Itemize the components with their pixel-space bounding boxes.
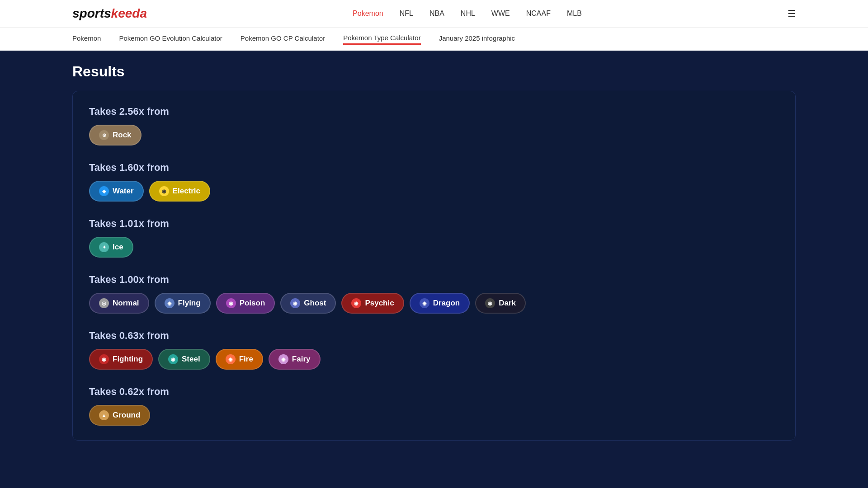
dark-icon: ◉: [485, 298, 495, 308]
rock-label: Rock: [113, 131, 132, 140]
dragon-icon: ◉: [420, 298, 429, 308]
badges-1.01x: ✦ Ice: [89, 237, 779, 258]
badge-fairy: ◉ Fairy: [269, 349, 321, 370]
badge-ground: ▲ Ground: [89, 405, 150, 426]
badge-steel: ◉ Steel: [158, 349, 210, 370]
nav-item-nhl[interactable]: NHL: [461, 9, 475, 18]
nav-item-pokemon[interactable]: Pokemon: [353, 9, 383, 18]
subnav-cp-calc[interactable]: Pokemon GO CP Calculator: [241, 34, 325, 44]
psychic-label: Psychic: [365, 299, 394, 308]
fire-label: Fire: [239, 355, 253, 364]
nav-item-nfl[interactable]: NFL: [400, 9, 413, 18]
section-0.62x: Takes 0.62x from ▲ Ground: [89, 386, 779, 426]
page-title: Results: [72, 63, 796, 80]
water-label: Water: [113, 187, 134, 196]
electric-label: Electric: [173, 187, 200, 196]
badge-fire: ◉ Fire: [216, 349, 263, 370]
ice-icon: ✦: [99, 242, 109, 252]
badges-0.63x: ◉ Fighting ◉ Steel ◉ Fire ◉ Fairy: [89, 349, 779, 370]
badges-0.62x: ▲ Ground: [89, 405, 779, 426]
badge-psychic: ◉ Psychic: [341, 293, 404, 314]
steel-label: Steel: [182, 355, 200, 364]
steel-icon: ◉: [168, 354, 178, 364]
fighting-label: Fighting: [113, 355, 143, 364]
badge-dark: ◉ Dark: [475, 293, 526, 314]
fairy-label: Fairy: [292, 355, 311, 364]
badge-ice: ✦ Ice: [89, 237, 133, 258]
subnav-evolution-calc[interactable]: Pokemon GO Evolution Calculator: [119, 34, 222, 44]
badge-ghost: ◉ Ghost: [280, 293, 336, 314]
section-title-1.00x: Takes 1.00x from: [89, 274, 779, 286]
nav-item-wwe[interactable]: WWE: [491, 9, 510, 18]
water-icon: ◈: [99, 186, 109, 196]
nav-item-nba[interactable]: NBA: [429, 9, 444, 18]
badge-flying: ◉ Flying: [155, 293, 211, 314]
subnav-pokemon[interactable]: Pokemon: [72, 34, 101, 44]
section-title-0.62x: Takes 0.62x from: [89, 386, 779, 398]
rock-icon: ⊛: [99, 130, 109, 140]
section-0.63x: Takes 0.63x from ◉ Fighting ◉ Steel ◉ Fi…: [89, 330, 779, 370]
main-content: Results Takes 2.56x from ⊛ Rock Takes 1.…: [0, 51, 868, 453]
fire-icon: ◉: [226, 354, 236, 364]
subnav-type-calc[interactable]: Pokemon Type Calculator: [343, 34, 420, 45]
flying-label: Flying: [178, 299, 201, 308]
normal-label: Normal: [113, 299, 139, 308]
nav-list: Pokemon NFL NBA NHL WWE NCAAF MLB: [353, 9, 582, 18]
badges-1.60x: ◈ Water ◉ Electric: [89, 181, 779, 202]
section-1.60x: Takes 1.60x from ◈ Water ◉ Electric: [89, 162, 779, 202]
site-logo[interactable]: sportskeeda: [72, 6, 147, 21]
fairy-icon: ◉: [278, 354, 288, 364]
ice-label: Ice: [113, 243, 123, 252]
normal-icon: ◎: [99, 298, 109, 308]
nav-item-mlb[interactable]: MLB: [567, 9, 582, 18]
sub-nav: Pokemon Pokemon GO Evolution Calculator …: [0, 27, 868, 51]
hamburger-menu[interactable]: ☰: [788, 8, 796, 19]
site-header: sportskeeda Pokemon NFL NBA NHL WWE NCAA…: [0, 0, 868, 27]
section-title-1.01x: Takes 1.01x from: [89, 218, 779, 230]
dragon-label: Dragon: [433, 299, 460, 308]
badge-electric: ◉ Electric: [149, 181, 210, 202]
flying-icon: ◉: [165, 298, 175, 308]
ground-label: Ground: [113, 411, 140, 420]
psychic-icon: ◉: [351, 298, 361, 308]
nav-item-ncaaf[interactable]: NCAAF: [526, 9, 551, 18]
section-title-2.56x: Takes 2.56x from: [89, 106, 779, 117]
subnav-infographic[interactable]: January 2025 infographic: [439, 34, 515, 44]
fighting-icon: ◉: [99, 354, 109, 364]
poison-icon: ◉: [226, 298, 236, 308]
electric-icon: ◉: [159, 186, 169, 196]
badge-rock: ⊛ Rock: [89, 125, 142, 145]
section-title-0.63x: Takes 0.63x from: [89, 330, 779, 342]
badge-water: ◈ Water: [89, 181, 144, 202]
results-card: Takes 2.56x from ⊛ Rock Takes 1.60x from…: [72, 91, 796, 441]
ground-icon: ▲: [99, 410, 109, 420]
main-nav: Pokemon NFL NBA NHL WWE NCAAF MLB: [353, 9, 582, 18]
ghost-label: Ghost: [304, 299, 326, 308]
poison-label: Poison: [240, 299, 265, 308]
badges-1.00x: ◎ Normal ◉ Flying ◉ Poison ◉ Ghost ◉ P: [89, 293, 779, 314]
badge-normal: ◎ Normal: [89, 293, 149, 314]
ghost-icon: ◉: [290, 298, 300, 308]
section-1.00x: Takes 1.00x from ◎ Normal ◉ Flying ◉ Poi…: [89, 274, 779, 314]
badges-2.56x: ⊛ Rock: [89, 125, 779, 145]
badge-fighting: ◉ Fighting: [89, 349, 153, 370]
section-title-1.60x: Takes 1.60x from: [89, 162, 779, 174]
section-2.56x: Takes 2.56x from ⊛ Rock: [89, 106, 779, 145]
section-1.01x: Takes 1.01x from ✦ Ice: [89, 218, 779, 258]
badge-poison: ◉ Poison: [216, 293, 275, 314]
dark-label: Dark: [499, 299, 516, 308]
badge-dragon: ◉ Dragon: [410, 293, 470, 314]
